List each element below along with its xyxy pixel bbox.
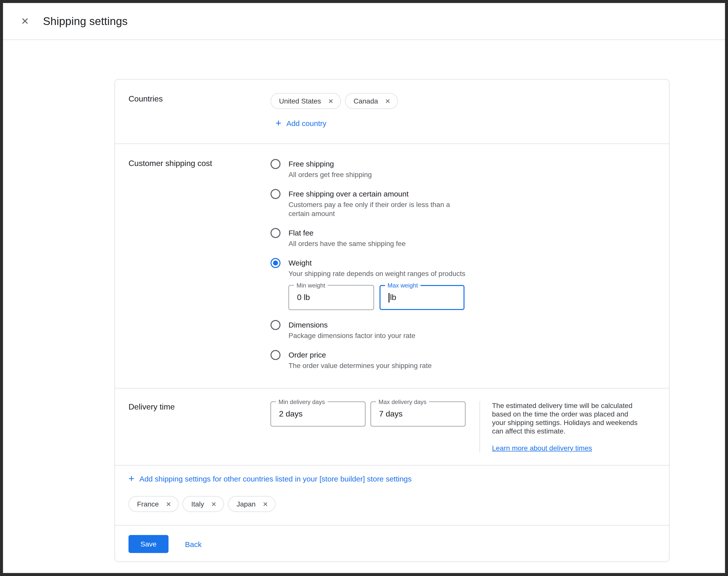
scale-wrapper: ✕ Shipping settings Countries United Sta… — [0, 0, 728, 576]
delivery-time-content: Min delivery days 2 days Max delivery da… — [270, 388, 669, 465]
option-free-shipping-over-amount[interactable]: Free shipping over a certain amount Cust… — [270, 189, 669, 218]
min-delivery-days-value: 2 days — [279, 409, 302, 419]
radio-free-shipping[interactable] — [270, 159, 281, 169]
chip-label: Italy — [191, 500, 204, 508]
learn-more-link[interactable]: Learn more about delivery times — [492, 444, 592, 452]
option-title: Order price — [289, 350, 432, 359]
radio-dimensions[interactable] — [270, 320, 281, 330]
option-flat-fee[interactable]: Flat fee All orders have the same shippi… — [270, 228, 669, 248]
dialog-header: ✕ Shipping settings — [3, 3, 725, 40]
countries-section: Countries United States ✕ Canada ✕ + — [115, 80, 669, 144]
option-title: Free shipping over a certain amount — [289, 189, 468, 199]
option-title: Free shipping — [289, 159, 372, 169]
option-description: All orders have the same shipping fee — [289, 239, 406, 248]
min-delivery-days-label: Min delivery days — [276, 398, 327, 406]
min-weight-field[interactable]: Min weight 0 lb — [289, 285, 374, 310]
countries-label: Countries — [115, 80, 270, 144]
delivery-info: The estimated delivery time will be calc… — [492, 402, 638, 453]
option-order-price[interactable]: Order price The order value determines y… — [270, 350, 669, 370]
country-chips: United States ✕ Canada ✕ — [270, 93, 669, 109]
option-title: Dimensions — [289, 320, 415, 329]
option-description: The order value determines your shipping… — [289, 361, 432, 370]
page-title: Shipping settings — [43, 15, 128, 28]
option-free-shipping[interactable]: Free shipping All orders get free shippi… — [270, 159, 669, 179]
remove-chip-icon[interactable]: ✕ — [262, 501, 268, 507]
min-weight-value: 0 lb — [297, 293, 310, 302]
add-other-countries-label: Add shipping settings for other countrie… — [139, 474, 411, 483]
add-other-countries-button[interactable]: + Add shipping settings for other countr… — [128, 473, 411, 484]
add-country-button[interactable]: + Add country — [275, 118, 326, 128]
footer: Save Back — [115, 525, 669, 561]
chip-label: France — [137, 500, 159, 508]
option-title: Weight — [289, 258, 465, 267]
radio-free-shipping-over-amount[interactable] — [270, 189, 281, 199]
delivery-time-label: Delivery time — [115, 388, 270, 465]
country-chip-france: France ✕ — [128, 496, 179, 512]
country-chip-canada: Canada ✕ — [345, 93, 398, 109]
plus-icon: + — [128, 473, 134, 484]
close-icon[interactable]: ✕ — [20, 17, 30, 26]
chip-label: United States — [279, 97, 321, 105]
country-chip-united-states: United States ✕ — [270, 93, 341, 109]
delivery-info-text: The estimated delivery time will be calc… — [492, 402, 638, 435]
radio-order-price[interactable] — [270, 350, 281, 360]
back-button[interactable]: Back — [179, 540, 208, 548]
chip-label: Canada — [353, 97, 378, 105]
option-dimensions[interactable]: Dimensions Package dimensions factor int… — [270, 320, 669, 340]
remove-chip-icon[interactable]: ✕ — [385, 98, 390, 104]
shipping-cost-options: Free shipping All orders get free shippi… — [270, 144, 669, 388]
option-description: Customers pay a fee only if their order … — [289, 200, 468, 218]
option-description: Your shipping rate depends on weight ran… — [289, 269, 465, 278]
delivery-fields: Min delivery days 2 days Max delivery da… — [270, 402, 466, 453]
remove-chip-icon[interactable]: ✕ — [166, 501, 171, 507]
max-weight-field[interactable]: Max weight lb — [379, 285, 465, 310]
min-delivery-days-field[interactable]: Min delivery days 2 days — [270, 402, 366, 427]
option-description: All orders get free shipping — [289, 170, 372, 179]
shipping-settings-page: ✕ Shipping settings Countries United Sta… — [0, 0, 728, 576]
max-delivery-days-field[interactable]: Max delivery days 7 days — [371, 402, 466, 427]
add-country-label: Add country — [286, 119, 326, 127]
weight-fields: Min weight 0 lb Max weight lb — [289, 285, 465, 310]
option-title: Flat fee — [289, 228, 406, 237]
vertical-divider — [479, 401, 480, 453]
radio-flat-fee[interactable] — [270, 228, 281, 238]
save-button[interactable]: Save — [128, 535, 169, 553]
shipping-cost-label: Customer shipping cost — [115, 144, 270, 388]
min-weight-label: Min weight — [294, 282, 328, 289]
text-cursor — [388, 293, 389, 302]
country-chip-italy: Italy ✕ — [183, 496, 224, 512]
remove-chip-icon[interactable]: ✕ — [328, 98, 333, 104]
settings-card: Countries United States ✕ Canada ✕ + — [115, 79, 670, 562]
max-weight-value: lb — [390, 293, 396, 302]
radio-weight[interactable] — [270, 258, 281, 268]
max-delivery-days-value: 7 days — [379, 409, 403, 419]
option-weight[interactable]: Weight Your shipping rate depends on wei… — [270, 258, 669, 310]
shipping-cost-section: Customer shipping cost Free shipping All… — [115, 144, 669, 388]
chip-label: Japan — [236, 500, 256, 508]
max-weight-label: Max weight — [385, 282, 420, 289]
other-country-chips: France ✕ Italy ✕ Japan ✕ — [128, 496, 656, 512]
plus-icon: + — [275, 118, 281, 128]
option-description: Package dimensions factor into your rate — [289, 331, 415, 340]
countries-content: United States ✕ Canada ✕ + Add country — [270, 80, 669, 144]
other-countries-section: + Add shipping settings for other countr… — [115, 465, 669, 525]
remove-chip-icon[interactable]: ✕ — [211, 501, 216, 507]
delivery-time-section: Delivery time Min delivery days 2 days M… — [115, 388, 669, 465]
max-delivery-days-label: Max delivery days — [376, 398, 429, 406]
country-chip-japan: Japan ✕ — [228, 496, 275, 512]
